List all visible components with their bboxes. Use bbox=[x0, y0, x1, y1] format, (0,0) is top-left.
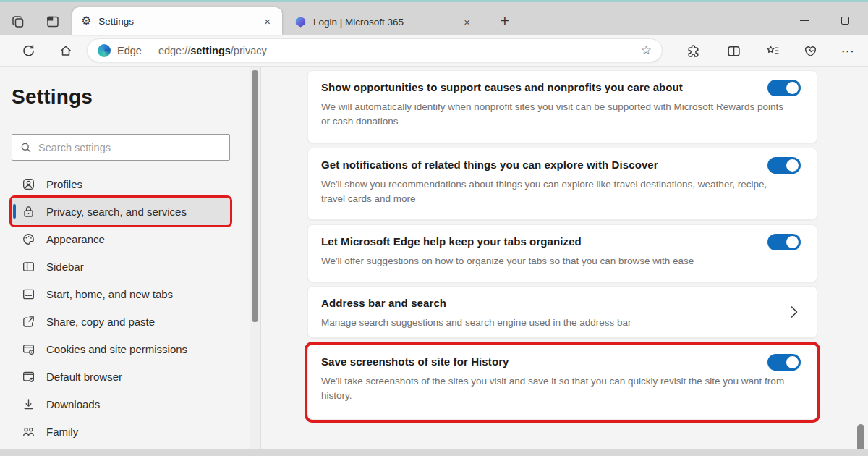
setting-row-address-bar-search[interactable]: Address bar and search Manage search sug… bbox=[307, 286, 817, 338]
sidebar-item-label: Profiles bbox=[46, 178, 82, 190]
settings-sidebar: Settings Profiles Privacy, search, and s… bbox=[0, 67, 260, 449]
setting-row-save-screenshots: Save screenshots of site for History We'… bbox=[307, 345, 817, 420]
sidebar-item-label: Cookies and site permissions bbox=[46, 343, 187, 355]
setting-title: Show opportunities to support causes and… bbox=[321, 81, 804, 93]
close-tab-icon[interactable]: × bbox=[261, 16, 273, 27]
tab-actions-icon[interactable] bbox=[43, 12, 62, 31]
toggle-on[interactable] bbox=[767, 234, 801, 250]
setting-description: We'll take screenshots of the sites you … bbox=[321, 374, 793, 402]
downloads-icon bbox=[21, 397, 35, 411]
default-browser-icon bbox=[21, 370, 35, 384]
setting-description: Manage search suggestions and search eng… bbox=[321, 316, 793, 330]
content-area: Settings Profiles Privacy, search, and s… bbox=[0, 67, 868, 449]
address-bar[interactable]: Edge edge://settings/privacy ☆ bbox=[87, 38, 663, 62]
close-tab-icon[interactable]: × bbox=[461, 17, 473, 28]
maximize-icon bbox=[841, 17, 849, 25]
sidebar-item-profiles[interactable]: Profiles bbox=[12, 170, 230, 198]
site-label: Edge bbox=[117, 45, 142, 56]
extensions-icon[interactable] bbox=[683, 41, 703, 61]
toggle-knob bbox=[786, 236, 799, 248]
appearance-icon bbox=[21, 232, 35, 246]
setting-title: Save screenshots of site for History bbox=[321, 355, 804, 368]
sidebar-item-share-copy-paste[interactable]: Share, copy and paste bbox=[12, 308, 230, 335]
new-tab-button[interactable]: + bbox=[495, 11, 515, 31]
sidebar-item-label: Default browser bbox=[46, 371, 122, 383]
bottom-edge-strip bbox=[0, 449, 868, 456]
settings-tab-favicon-gear-icon: ⚙ bbox=[81, 15, 91, 27]
setting-row-discover-notifications: Get notifications of related things you … bbox=[307, 148, 817, 220]
search-settings-box[interactable] bbox=[12, 134, 230, 161]
cookies-icon bbox=[21, 342, 35, 356]
minimize-icon bbox=[800, 20, 809, 21]
favorites-icon[interactable] bbox=[762, 41, 783, 61]
home-button[interactable] bbox=[56, 41, 75, 60]
toggle-knob bbox=[786, 356, 799, 368]
favorite-star-icon[interactable]: ☆ bbox=[641, 44, 652, 56]
sidebar-item-label: Downloads bbox=[46, 398, 100, 410]
sidebar-item-default-browser[interactable]: Default browser bbox=[12, 363, 230, 390]
tab-title: Login | Microsoft 365 bbox=[313, 17, 461, 28]
sidebar-item-label: Privacy, search, and services bbox=[46, 206, 187, 218]
lock-icon bbox=[21, 205, 35, 219]
tab-login-microsoft-365[interactable]: Login | Microsoft 365 × bbox=[288, 10, 480, 33]
sidebar-item-label: Family bbox=[46, 426, 78, 438]
page-title: Settings bbox=[12, 85, 93, 109]
setting-title: Get notifications of related things you … bbox=[321, 159, 804, 171]
tab-separator bbox=[488, 15, 488, 27]
start-home-icon bbox=[21, 287, 35, 301]
family-icon bbox=[21, 425, 35, 439]
sidebar-item-cookies-site-permissions[interactable]: Cookies and site permissions bbox=[12, 335, 230, 363]
edge-logo-icon bbox=[98, 44, 111, 57]
search-icon bbox=[20, 142, 32, 153]
url-prefix: edge:// bbox=[158, 45, 190, 56]
sidebar-item-downloads[interactable]: Downloads bbox=[12, 390, 230, 418]
refresh-button[interactable] bbox=[19, 41, 38, 60]
browser-essentials-icon[interactable] bbox=[800, 41, 820, 61]
sidebar-item-start-home-new-tabs[interactable]: Start, home, and new tabs bbox=[12, 280, 230, 308]
sidebar-item-label: Sidebar bbox=[46, 261, 84, 273]
toggle-on[interactable] bbox=[767, 80, 801, 96]
url-text[interactable]: edge://settings/privacy bbox=[158, 45, 267, 56]
toggle-knob bbox=[786, 159, 799, 172]
tab-settings[interactable]: ⚙ Settings × bbox=[72, 7, 282, 35]
toggle-on[interactable] bbox=[767, 354, 801, 371]
minimize-button[interactable] bbox=[793, 9, 816, 31]
sidebar-item-label: Start, home, and new tabs bbox=[46, 288, 173, 300]
sidebar-icon bbox=[21, 260, 35, 274]
browser-window: ⚙ Settings × Login | Microsoft 365 × + E… bbox=[0, 0, 868, 456]
sidebar-scrollbar-thumb[interactable] bbox=[252, 70, 258, 322]
url-emphasis: settings bbox=[190, 45, 231, 56]
sidebar-item-label: Share, copy and paste bbox=[46, 316, 155, 328]
settings-cards: Show opportunities to support causes and… bbox=[307, 70, 817, 424]
settings-main-panel: Show opportunities to support causes and… bbox=[260, 67, 868, 449]
microsoft-365-favicon-icon bbox=[295, 17, 306, 28]
settings-and-more-icon[interactable]: ⋯ bbox=[838, 41, 858, 61]
tab-bar: ⚙ Settings × Login | Microsoft 365 × + bbox=[0, 2, 868, 35]
tab-title: Settings bbox=[98, 16, 261, 27]
split-screen-icon[interactable] bbox=[723, 41, 744, 61]
url-suffix: /privacy bbox=[231, 45, 267, 56]
maximize-button[interactable] bbox=[833, 9, 856, 31]
setting-title: Address bar and search bbox=[321, 297, 804, 309]
sidebar-item-privacy-search-services[interactable]: Privacy, search, and services bbox=[12, 198, 230, 225]
selected-indicator bbox=[13, 204, 16, 219]
search-input[interactable] bbox=[38, 142, 221, 153]
setting-description: We'll offer suggestions on how to organi… bbox=[321, 254, 793, 269]
chevron-right-icon[interactable] bbox=[791, 306, 798, 318]
sidebar-item-appearance[interactable]: Appearance bbox=[12, 225, 230, 253]
sidebar-nav: Profiles Privacy, search, and services A… bbox=[12, 170, 230, 445]
setting-row-nonprofits: Show opportunities to support causes and… bbox=[307, 70, 817, 143]
toggle-knob bbox=[786, 82, 799, 94]
address-separator bbox=[150, 44, 150, 56]
address-toolbar: Edge edge://settings/privacy ☆ ⋯ bbox=[0, 35, 868, 67]
setting-row-tabs-organized: Let Microsoft Edge help keep your tabs o… bbox=[307, 224, 817, 282]
toggle-on[interactable] bbox=[767, 157, 801, 174]
share-icon bbox=[21, 315, 35, 329]
sidebar-item-label: Appearance bbox=[46, 233, 105, 245]
sidebar-item-sidebar[interactable]: Sidebar bbox=[12, 253, 230, 280]
setting-title: Let Microsoft Edge help keep your tabs o… bbox=[321, 235, 804, 248]
workspaces-icon[interactable] bbox=[9, 12, 27, 31]
setting-description: We'll show you recommendations about thi… bbox=[321, 177, 793, 206]
profiles-icon bbox=[21, 177, 35, 191]
sidebar-item-family[interactable]: Family bbox=[12, 418, 230, 445]
